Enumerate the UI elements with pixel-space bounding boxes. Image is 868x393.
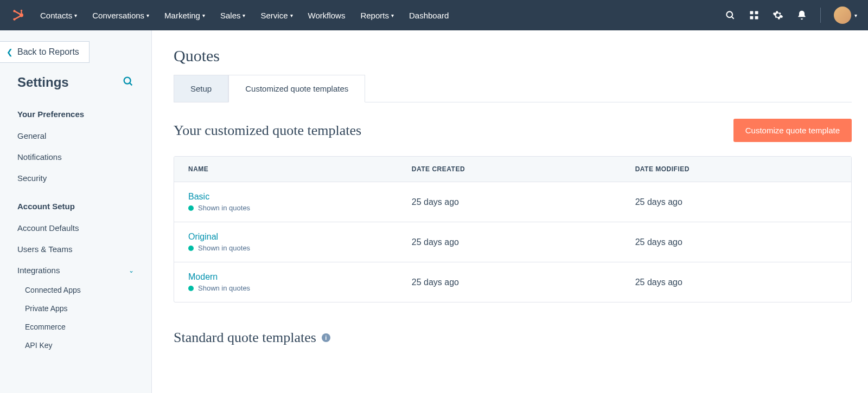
sidebar-subitem-connected-apps[interactable]: Connected Apps [0, 281, 151, 299]
chevron-down-icon: ▾ [391, 12, 394, 18]
sidebar-item-general[interactable]: General [0, 125, 151, 146]
sidebar-item-label: Notifications [17, 152, 62, 162]
svg-rect-8 [750, 16, 754, 20]
nav-reports[interactable]: Reports▾ [360, 11, 394, 20]
date-created: 25 days ago [398, 188, 621, 217]
gear-icon[interactable] [773, 10, 783, 21]
sidebar-subitem-ecommerce[interactable]: Ecommerce [0, 318, 151, 336]
nav-service[interactable]: Service▾ [260, 11, 292, 20]
chevron-down-icon: ⌄ [129, 267, 134, 274]
col-header-date-created[interactable]: DATE CREATED [398, 157, 621, 182]
sidebar-section-account-setup: Account Setup [0, 195, 151, 217]
nav-label: Dashboard [409, 11, 449, 20]
template-name-link[interactable]: Original [188, 232, 384, 242]
chevron-down-icon: ▾ [146, 12, 149, 18]
table-row[interactable]: Original Shown in quotes 25 days ago 25 … [174, 222, 851, 262]
marketplace-icon[interactable] [749, 10, 760, 21]
sidebar-item-label: General [17, 131, 46, 140]
sidebar-item-users-teams[interactable]: Users & Teams [0, 239, 151, 260]
chevron-down-icon: ▾ [854, 12, 857, 18]
nav-label: Workflows [308, 11, 346, 20]
sidebar-item-label: Integrations [17, 266, 60, 275]
svg-rect-9 [755, 16, 758, 20]
nav-dashboard[interactable]: Dashboard [409, 11, 449, 20]
status-dot-icon [188, 286, 194, 291]
date-created: 25 days ago [398, 268, 621, 297]
section-title-custom-templates: Your customized quote templates [174, 123, 361, 139]
date-created: 25 days ago [398, 228, 621, 257]
status-text: Shown in quotes [198, 244, 250, 252]
chevron-left-icon: ❮ [7, 48, 13, 56]
date-modified: 25 days ago [621, 188, 851, 217]
settings-search-icon[interactable] [122, 75, 134, 89]
nav-label: Contacts [40, 11, 72, 20]
nav-contacts[interactable]: Contacts▾ [40, 11, 77, 20]
sidebar-subitem-private-apps[interactable]: Private Apps [0, 299, 151, 318]
settings-title: Settings [17, 75, 69, 90]
date-modified: 25 days ago [621, 228, 851, 257]
search-icon[interactable] [725, 10, 736, 21]
nav-workflows[interactable]: Workflows [308, 11, 346, 20]
page-title: Quotes [174, 47, 852, 65]
tab-customized-quote-templates[interactable]: Customized quote templates [228, 75, 365, 102]
status-text: Shown in quotes [198, 204, 250, 212]
top-nav: Contacts▾ Conversations▾ Marketing▾ Sale… [0, 0, 868, 30]
template-name-link[interactable]: Modern [188, 272, 384, 282]
tabs: Setup Customized quote templates [174, 75, 852, 102]
sidebar-item-integrations[interactable]: Integrations ⌄ [0, 260, 151, 281]
section-title-standard-templates: Standard quote templates [174, 330, 316, 346]
nav-label: Service [260, 11, 288, 20]
status-dot-icon [188, 246, 194, 251]
bell-icon[interactable] [796, 10, 807, 21]
sidebar-item-notifications[interactable]: Notifications [0, 146, 151, 167]
top-nav-left: Contacts▾ Conversations▾ Marketing▾ Sale… [11, 8, 449, 22]
chevron-down-icon: ▾ [202, 12, 205, 18]
nav-label: Conversations [92, 11, 144, 20]
date-modified: 25 days ago [621, 268, 851, 297]
table-header: NAME DATE CREATED DATE MODIFIED [174, 157, 851, 182]
sidebar-item-security[interactable]: Security [0, 167, 151, 189]
tab-setup[interactable]: Setup [174, 75, 228, 102]
svg-line-5 [732, 17, 734, 19]
sidebar-item-label: Security [17, 173, 47, 183]
svg-rect-6 [750, 11, 754, 15]
sidebar-item-label: Account Defaults [17, 223, 79, 233]
customize-quote-template-button[interactable]: Customize quote template [733, 119, 852, 142]
nav-marketing[interactable]: Marketing▾ [164, 11, 205, 20]
info-icon[interactable]: i [322, 333, 330, 342]
nav-label: Sales [220, 11, 241, 20]
col-header-date-modified[interactable]: DATE MODIFIED [621, 157, 851, 182]
nav-label: Reports [360, 11, 389, 20]
nav-conversations[interactable]: Conversations▾ [92, 11, 149, 20]
account-menu[interactable]: ▾ [834, 7, 857, 24]
svg-rect-7 [755, 11, 758, 15]
status-dot-icon [188, 205, 194, 211]
svg-point-10 [124, 78, 131, 84]
table-row[interactable]: Basic Shown in quotes 25 days ago 25 day… [174, 182, 851, 222]
sidebar: ❮ Back to Reports Settings Your Preferen… [0, 30, 152, 393]
sidebar-subitem-api-key[interactable]: API Key [0, 336, 151, 355]
col-header-name[interactable]: NAME [174, 157, 398, 182]
divider [820, 8, 821, 23]
hubspot-logo-icon[interactable] [11, 8, 25, 22]
table-row[interactable]: Modern Shown in quotes 25 days ago 25 da… [174, 262, 851, 302]
svg-line-11 [130, 83, 132, 85]
svg-point-4 [726, 11, 732, 17]
main-content: Quotes Setup Customized quote templates … [152, 30, 868, 393]
back-label: Back to Reports [17, 47, 79, 57]
avatar [834, 7, 851, 24]
templates-table: NAME DATE CREATED DATE MODIFIED Basic Sh… [174, 156, 852, 302]
nav-label: Marketing [164, 11, 200, 20]
status-text: Shown in quotes [198, 284, 250, 292]
sidebar-item-account-defaults[interactable]: Account Defaults [0, 217, 151, 239]
template-name-link[interactable]: Basic [188, 192, 384, 202]
svg-point-3 [21, 10, 22, 11]
sidebar-item-label: Users & Teams [17, 244, 72, 254]
top-nav-right: ▾ [725, 7, 857, 24]
nav-sales[interactable]: Sales▾ [220, 11, 246, 20]
chevron-down-icon: ▾ [242, 12, 245, 18]
chevron-down-icon: ▾ [74, 12, 77, 18]
sidebar-section-your-preferences: Your Preferences [0, 103, 151, 125]
back-to-reports-button[interactable]: ❮ Back to Reports [0, 41, 90, 63]
chevron-down-icon: ▾ [290, 12, 293, 18]
